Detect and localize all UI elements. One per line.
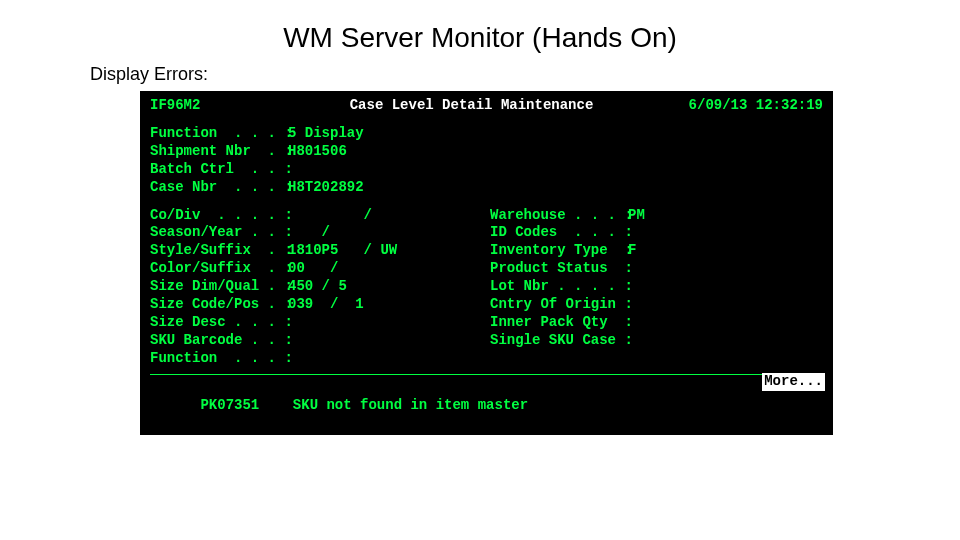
field-label: Inventory Type : (490, 242, 628, 260)
field-label: Case Nbr . . . : (150, 179, 288, 197)
terminal-container: IF96M2 Case Level Detail Maintenance 6/0… (140, 91, 960, 435)
terminal-header: IF96M2 Case Level Detail Maintenance 6/0… (150, 97, 823, 115)
field-sku-barcode: SKU Barcode . . : (150, 332, 490, 350)
field-value: F (628, 242, 636, 260)
field-label: Season/Year . . : (150, 224, 288, 242)
field-co-div: Co/Div . . . . : / (150, 207, 490, 225)
field-label: Warehouse . . . : (490, 207, 628, 225)
screen-title: Case Level Detail Maintenance (270, 97, 673, 115)
field-value: 00 / (288, 260, 338, 278)
field-id-codes: ID Codes . . . : (490, 224, 823, 242)
field-label: Function . . . : (150, 350, 288, 368)
subheading: Display Errors: (90, 64, 960, 85)
field-warehouse: Warehouse . . . :PM (490, 207, 823, 225)
field-label: Function . . . : (150, 125, 288, 143)
field-value: 039 / 1 (288, 296, 364, 314)
field-shipment-nbr: Shipment Nbr . : H801506 (150, 143, 823, 161)
field-case-nbr: Case Nbr . . . : H8T202892 (150, 179, 823, 197)
timestamp: 6/09/13 12:32:19 (673, 97, 823, 115)
field-value: 450 / 5 (288, 278, 347, 296)
field-cntry-origin: Cntry Of Origin : (490, 296, 823, 314)
field-value: / (288, 224, 330, 242)
field-size-desc: Size Desc . . . : (150, 314, 490, 332)
more-indicator[interactable]: More... (762, 373, 825, 391)
field-batch-ctrl: Batch Ctrl . . : (150, 161, 823, 179)
field-label: SKU Barcode . . : (150, 332, 288, 350)
field-label: Shipment Nbr . : (150, 143, 288, 161)
field-lot-nbr: Lot Nbr . . . . : (490, 278, 823, 296)
field-label: Single SKU Case : (490, 332, 628, 350)
field-label: Product Status : (490, 260, 628, 278)
status-line: PK07351 SKU not found in item master (150, 379, 823, 433)
terminal-screen: IF96M2 Case Level Detail Maintenance 6/0… (140, 91, 833, 435)
field-value: H8T202892 (288, 179, 364, 197)
field-label: Size Dim/Qual . : (150, 278, 288, 296)
field-product-status: Product Status : (490, 260, 823, 278)
field-label: Size Code/Pos . : (150, 296, 288, 314)
right-column: Warehouse . . . :PM ID Codes . . . : Inv… (490, 207, 823, 368)
field-label: Cntry Of Origin : (490, 296, 628, 314)
divider (150, 374, 823, 375)
status-code: PK07351 (200, 397, 259, 413)
field-single-sku-case: Single SKU Case : (490, 332, 823, 350)
field-size-code-pos: Size Code/Pos . :039 / 1 (150, 296, 490, 314)
field-label: Co/Div . . . . : (150, 207, 288, 225)
screen-id: IF96M2 (150, 97, 270, 115)
field-value: PM (628, 207, 645, 225)
field-label: Batch Ctrl . . : (150, 161, 288, 179)
field-value: 5 Display (288, 125, 364, 143)
top-field-block: Function . . . : 5 Display Shipment Nbr … (150, 125, 823, 197)
left-column: Co/Div . . . . : / Season/Year . . : / S… (150, 207, 490, 368)
field-value: 1810P5 / UW (288, 242, 397, 260)
field-function: Function . . . : 5 Display (150, 125, 823, 143)
field-label: ID Codes . . . : (490, 224, 628, 242)
field-value: / (288, 207, 372, 225)
field-label: Inner Pack Qty : (490, 314, 628, 332)
field-label: Style/Suffix . : (150, 242, 288, 260)
status-spacer (259, 397, 293, 413)
status-text: SKU not found in item master (293, 397, 528, 413)
field-season-year: Season/Year . . : / (150, 224, 490, 242)
field-label: Lot Nbr . . . . : (490, 278, 628, 296)
field-label: Size Desc . . . : (150, 314, 288, 332)
detail-columns: Co/Div . . . . : / Season/Year . . : / S… (150, 207, 823, 368)
field-function-2: Function . . . : (150, 350, 490, 368)
field-inner-pack-qty: Inner Pack Qty : (490, 314, 823, 332)
field-label: Color/Suffix . : (150, 260, 288, 278)
field-style-suffix: Style/Suffix . :1810P5 / UW (150, 242, 490, 260)
field-inventory-type: Inventory Type :F (490, 242, 823, 260)
field-size-dim-qual: Size Dim/Qual . :450 / 5 (150, 278, 490, 296)
field-color-suffix: Color/Suffix . :00 / (150, 260, 490, 278)
field-value: H801506 (288, 143, 347, 161)
slide-title: WM Server Monitor (Hands On) (0, 22, 960, 54)
